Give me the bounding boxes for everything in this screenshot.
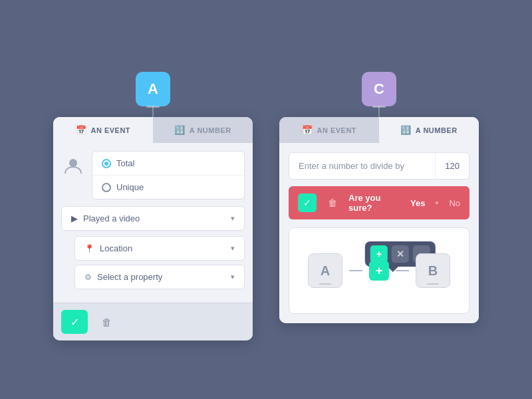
diagram-line-left xyxy=(349,270,362,271)
left-delete-button[interactable]: 🗑 xyxy=(93,310,120,334)
radio-unique-label: Unique xyxy=(116,182,144,192)
diagram-node-a: A xyxy=(308,253,342,288)
connector-diagram: + ✕ − A + B xyxy=(289,227,469,314)
diagram-line-right xyxy=(396,270,409,271)
radio-dot-total xyxy=(102,159,111,168)
property-label: Select a property xyxy=(97,272,162,282)
svg-point-0 xyxy=(69,159,77,167)
event-dropdown-label: Played a video xyxy=(83,213,140,223)
left-tab-number-icon: 🔢 xyxy=(174,125,186,135)
number-input-value[interactable]: 120 xyxy=(435,153,469,179)
left-tab-number-label: A NUMBER xyxy=(190,126,231,134)
diagram-plus-btn[interactable]: + xyxy=(369,261,389,281)
left-panel-body: Total Unique ▶ Played a video ▾ xyxy=(53,143,253,303)
left-delete-icon: 🗑 xyxy=(102,317,112,328)
left-tab-bar: 📅 AN EVENT 🔢 A NUMBER xyxy=(53,117,253,143)
confirm-no-button[interactable]: No xyxy=(449,198,460,208)
right-panel: 📅 AN EVENT 🔢 A NUMBER Enter a number to … xyxy=(279,117,479,323)
right-tab-bar: 📅 AN EVENT 🔢 A NUMBER xyxy=(279,117,479,143)
right-tab-event-label: AN EVENT xyxy=(317,126,356,134)
user-icon xyxy=(61,154,85,178)
location-dropdown-left: 📍 Location xyxy=(84,243,132,253)
location-dropdown[interactable]: 📍 Location ▾ xyxy=(74,236,245,261)
confirm-separator xyxy=(436,201,438,204)
event-dropdown-left: ▶ Played a video xyxy=(71,213,140,223)
left-tab-event-icon: 📅 xyxy=(76,125,87,135)
left-tab-number[interactable]: 🔢 A NUMBER xyxy=(153,117,253,143)
right-tab-event[interactable]: 📅 AN EVENT xyxy=(279,117,379,143)
radio-dot-unique xyxy=(102,183,111,192)
location-label: Location xyxy=(100,243,132,253)
location-icon: 📍 xyxy=(84,244,94,253)
property-dropdown[interactable]: ⚙ Select a property ▾ xyxy=(74,265,245,289)
radio-unique[interactable]: Unique xyxy=(92,176,244,199)
radio-total-label: Total xyxy=(116,158,134,168)
radio-total[interactable]: Total xyxy=(92,152,244,176)
left-confirm-button[interactable]: ✓ xyxy=(61,310,88,334)
right-tab-number[interactable]: 🔢 A NUMBER xyxy=(379,117,479,143)
sub-dropdowns: 📍 Location ▾ ⚙ Select a property ▾ xyxy=(74,236,245,289)
number-input-row: Enter a number to divide by 120 xyxy=(289,152,469,180)
event-dropdown-icon: ▶ xyxy=(71,213,78,223)
right-tab-number-icon: 🔢 xyxy=(400,125,412,135)
confirm-text: Are you sure? xyxy=(348,193,404,213)
left-panel: 📅 AN EVENT 🔢 A NUMBER xyxy=(53,117,253,340)
left-tab-event[interactable]: 📅 AN EVENT xyxy=(53,117,153,143)
node-badge-a: A xyxy=(136,72,170,106)
right-panel-body: Enter a number to divide by 120 ✓ 🗑 Are … xyxy=(279,143,479,323)
left-action-bar: ✓ 🗑 xyxy=(53,303,253,340)
event-dropdown[interactable]: ▶ Played a video ▾ xyxy=(61,206,245,231)
number-input-label: Enter a number to divide by xyxy=(289,153,435,179)
right-tab-number-label: A NUMBER xyxy=(416,126,458,134)
property-chevron: ▾ xyxy=(231,273,235,281)
confirm-row: ✓ 🗑 Are you sure? Yes No xyxy=(289,186,469,219)
location-chevron: ▾ xyxy=(231,244,235,253)
user-row: Total Unique xyxy=(61,151,245,200)
diagram-node-b: B xyxy=(416,253,450,288)
left-confirm-icon: ✓ xyxy=(70,316,79,329)
right-panel-wrapper: C 📅 AN EVENT 🔢 A NUMBER Enter a number t… xyxy=(279,72,479,323)
diagram-node-a-label: A xyxy=(321,263,330,279)
confirm-yes-button[interactable]: Yes xyxy=(410,198,425,208)
main-container: A 📅 AN EVENT 🔢 A NUMBER xyxy=(53,59,479,340)
left-tab-event-label: AN EVENT xyxy=(90,126,130,134)
left-connector-line xyxy=(152,106,154,117)
event-dropdown-chevron: ▾ xyxy=(231,214,235,223)
right-connector-line xyxy=(378,106,380,117)
node-badge-c: C xyxy=(362,72,396,106)
left-panel-wrapper: A 📅 AN EVENT 🔢 A NUMBER xyxy=(53,72,253,340)
right-tab-event-icon: 📅 xyxy=(302,125,313,135)
diagram-inner: A + B xyxy=(308,253,450,288)
radio-group: Total Unique xyxy=(92,151,245,200)
diagram-node-b-label: B xyxy=(428,263,438,279)
confirm-check-button[interactable]: ✓ xyxy=(298,194,317,212)
confirm-trash-button[interactable]: 🗑 xyxy=(323,194,342,212)
property-icon: ⚙ xyxy=(84,273,92,282)
property-dropdown-left: ⚙ Select a property xyxy=(84,272,162,282)
